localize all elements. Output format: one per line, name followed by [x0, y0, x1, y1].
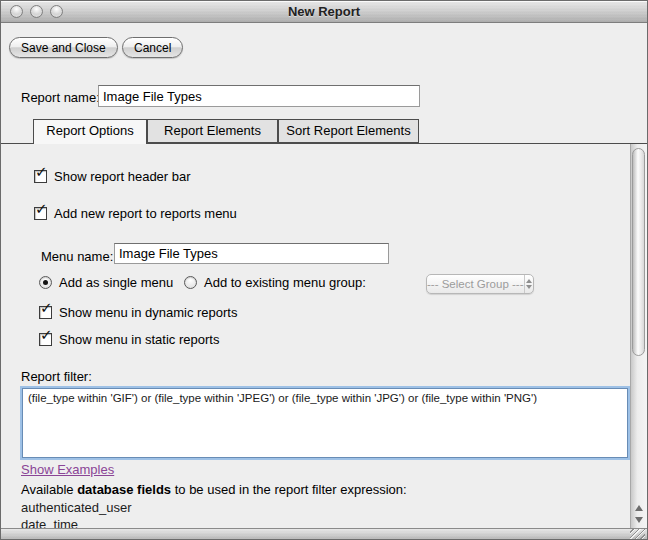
add-to-menu-row: ✓ Add new report to reports menu [34, 206, 237, 221]
scroll-down-button[interactable] [631, 514, 647, 525]
check-icon: ✓ [35, 202, 48, 217]
single-menu-radio[interactable] [39, 276, 52, 289]
resize-grip[interactable] [630, 529, 645, 540]
scroll-up-icon [635, 505, 643, 511]
dynamic-reports-label: Show menu in dynamic reports [59, 305, 237, 320]
new-report-window: New Report Save and Close Cancel Report … [0, 0, 648, 540]
group-select-value: --- Select Group --- [427, 278, 524, 290]
menu-group-radio[interactable] [184, 276, 197, 289]
group-select-dropdown[interactable]: --- Select Group --- [426, 274, 534, 294]
check-icon: ✓ [40, 328, 53, 343]
fields-intro-bold: database fields [77, 482, 171, 497]
database-field-item: authenticated_user [21, 500, 132, 515]
show-report-header-checkbox[interactable]: ✓ [34, 170, 47, 183]
single-menu-label: Add as single menu [59, 275, 173, 290]
menu-name-input[interactable] [114, 243, 389, 264]
fields-intro: Available database fields to be used in … [21, 482, 407, 497]
static-reports-row: ✓ Show menu in static reports [39, 332, 219, 347]
report-filter-label: Report filter: [21, 369, 92, 384]
scrollbar-thumb[interactable] [632, 148, 645, 356]
menu-name-label: Menu name: [41, 249, 113, 264]
add-to-menu-label: Add new report to reports menu [54, 206, 237, 221]
show-examples-link[interactable]: Show Examples [21, 462, 114, 477]
show-report-header-row: ✓ Show report header bar [34, 169, 191, 184]
arrow-down-icon [526, 285, 532, 289]
window-title: New Report [1, 1, 647, 23]
tab-report-elements[interactable]: Report Elements [147, 119, 278, 143]
status-bar [1, 528, 647, 540]
arrow-up-icon [526, 279, 532, 283]
titlebar[interactable]: New Report [1, 1, 647, 23]
tab-report-options[interactable]: Report Options [33, 119, 147, 144]
report-filter-textarea[interactable]: (file_type within 'GIF') or (file_type w… [22, 388, 628, 458]
vertical-scrollbar[interactable] [630, 144, 647, 528]
dynamic-reports-row: ✓ Show menu in dynamic reports [39, 305, 237, 320]
check-icon: ✓ [35, 165, 48, 180]
show-report-header-label: Show report header bar [54, 169, 191, 184]
static-reports-label: Show menu in static reports [59, 332, 219, 347]
single-menu-radio-row: Add as single menu [39, 275, 173, 290]
save-and-close-button[interactable]: Save and Close [9, 37, 118, 58]
stepper-arrows-icon [524, 275, 534, 293]
add-to-menu-checkbox[interactable]: ✓ [34, 207, 47, 220]
menu-group-radio-row: Add to existing menu group: [184, 275, 366, 290]
dynamic-reports-checkbox[interactable]: ✓ [39, 306, 52, 319]
fields-intro-prefix: Available [21, 482, 77, 497]
cancel-button[interactable]: Cancel [122, 37, 183, 58]
tab-sort-report-elements[interactable]: Sort Report Elements [278, 119, 419, 143]
static-reports-checkbox[interactable]: ✓ [39, 333, 52, 346]
report-name-input[interactable] [98, 85, 420, 107]
scroll-down-icon [635, 517, 643, 523]
fields-intro-suffix: to be used in the report filter expressi… [171, 482, 407, 497]
report-name-label: Report name: [21, 90, 100, 105]
scroll-up-button[interactable] [631, 502, 647, 513]
check-icon: ✓ [40, 301, 53, 316]
menu-group-label: Add to existing menu group: [204, 275, 366, 290]
